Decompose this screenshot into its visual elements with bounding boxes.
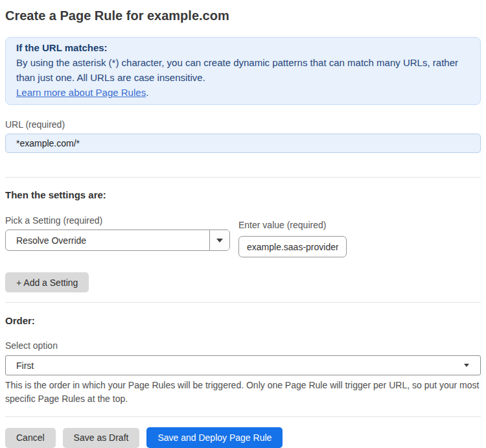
pick-setting-column: Pick a Setting (required) Resolve Overri…: [5, 215, 230, 251]
url-label: URL (required): [5, 119, 481, 130]
setting-select-value: Resolve Override: [6, 230, 209, 250]
cancel-button[interactable]: Cancel: [5, 428, 56, 448]
setting-select[interactable]: Resolve Override: [5, 230, 230, 251]
enter-value-label: Enter value (required): [238, 220, 347, 231]
chevron-down-icon: [464, 364, 469, 367]
setting-select-arrow-button[interactable]: [209, 230, 229, 250]
divider: [5, 302, 481, 303]
setting-row: Pick a Setting (required) Resolve Overri…: [5, 215, 481, 257]
divider: [5, 416, 481, 417]
url-input[interactable]: [5, 134, 481, 153]
select-option-label: Select option: [5, 340, 481, 351]
create-page-rule-form: Create a Page Rule for example.com If th…: [0, 8, 486, 448]
info-box-body: By using the asterisk (*) character, you…: [16, 55, 470, 85]
settings-section-heading: Then the settings are:: [5, 190, 481, 200]
info-link-row: Learn more about Page Rules.: [16, 85, 470, 100]
pick-setting-label: Pick a Setting (required): [5, 215, 230, 226]
save-and-deploy-button[interactable]: Save and Deploy Page Rule: [146, 427, 283, 448]
learn-more-page-rules-link[interactable]: Learn more about Page Rules: [16, 87, 146, 98]
order-section-heading: Order:: [5, 316, 481, 326]
enter-value-column: Enter value (required): [238, 220, 347, 257]
order-select-value: First: [16, 360, 34, 371]
order-helper-text: This is the order in which your Page Rul…: [5, 379, 481, 406]
divider: [5, 177, 481, 178]
save-as-draft-button[interactable]: Save as Draft: [63, 428, 140, 448]
info-box-heading: If the URL matches:: [16, 40, 470, 55]
chevron-down-icon: [216, 239, 223, 242]
add-setting-button[interactable]: + Add a Setting: [5, 272, 89, 292]
footer-actions: Cancel Save as Draft Save and Deploy Pag…: [5, 427, 481, 448]
order-select[interactable]: First: [5, 355, 481, 375]
setting-value-input[interactable]: [238, 236, 347, 257]
url-match-info-box: If the URL matches: By using the asteris…: [5, 37, 481, 105]
link-suffix: .: [146, 87, 148, 98]
page-title: Create a Page Rule for example.com: [5, 8, 481, 23]
